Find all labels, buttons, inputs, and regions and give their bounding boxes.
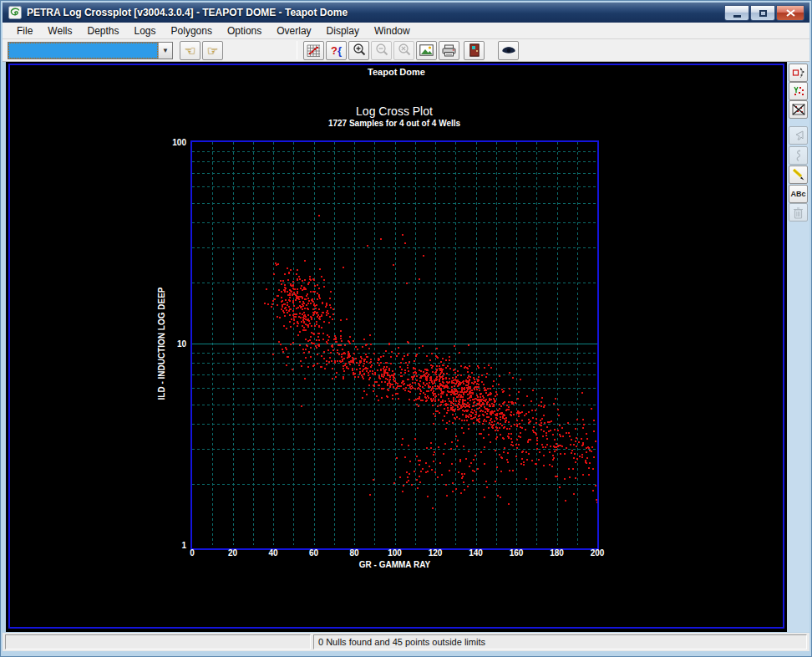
pencil-draw-button[interactable] — [789, 166, 808, 184]
toolbar-separator — [297, 41, 297, 59]
exit-door-icon — [469, 43, 480, 57]
y-tick-100: 100 — [156, 138, 186, 147]
status-bar: 0 Nulls found and 45 points outside limi… — [3, 633, 809, 651]
plot-frame — [190, 140, 599, 550]
menu-item-options[interactable]: Options — [220, 23, 269, 38]
menu-item-logs[interactable]: Logs — [127, 23, 164, 38]
select-cursor-button[interactable] — [789, 126, 808, 145]
x-tick-100: 100 — [381, 548, 409, 558]
app-icon — [8, 6, 22, 19]
close-icon — [786, 9, 795, 17]
x-tick-140: 140 — [462, 548, 490, 558]
export-image-button[interactable] — [416, 41, 437, 60]
close-button[interactable] — [776, 5, 804, 21]
exit-button[interactable] — [464, 41, 485, 60]
menu-item-depths[interactable]: Depths — [79, 23, 126, 38]
zoom-cancel-button[interactable] — [393, 41, 414, 60]
polygon-include-points-button[interactable] — [789, 82, 808, 100]
previous-well-button[interactable]: ☜ — [180, 41, 200, 60]
print-button[interactable] — [439, 41, 459, 60]
x-tick-160: 160 — [502, 548, 530, 558]
query-filter-button[interactable]: ?{ — [326, 41, 347, 60]
y-tick-1: 1 — [156, 541, 186, 550]
x-tick-80: 80 — [340, 548, 368, 558]
status-panel-left — [5, 634, 311, 649]
well-selector-combobox[interactable]: ▼ — [8, 42, 173, 59]
zoom-cancel-icon — [398, 43, 411, 57]
eye-icon — [501, 45, 516, 55]
title-bar: PETRA Log Crossplot [v3004.3.0.4] - TEAP… — [3, 3, 809, 23]
pencil-icon — [792, 168, 805, 181]
maximize-icon — [759, 10, 767, 17]
delete-button[interactable] — [789, 203, 808, 222]
crossplot-canvas[interactable] — [192, 142, 597, 545]
right-tool-strip: ABc — [787, 62, 809, 632]
select-cursor-icon — [793, 130, 804, 141]
polygon-include-points-icon — [792, 85, 805, 97]
trash-icon — [793, 206, 804, 219]
window-title: PETRA Log Crossplot [v3004.3.0.4] - TEAP… — [27, 7, 348, 18]
hand-left-icon: ☜ — [185, 44, 195, 57]
page-header: Teapot Dome — [6, 67, 787, 77]
crossplot-grid-button[interactable] — [303, 41, 324, 60]
chart-subtitle: 1727 Samples for 4 out of 4 Wells — [6, 119, 783, 128]
menu-item-overlay[interactable]: Overlay — [269, 23, 318, 38]
abc-icon: ABc — [790, 190, 805, 198]
zoom-out-button[interactable] — [371, 41, 392, 60]
zoom-out-icon — [375, 43, 388, 57]
chart-title: Log Cross Plot — [6, 104, 783, 118]
next-well-button[interactable]: ☞ — [202, 41, 223, 60]
x-tick-20: 20 — [219, 548, 247, 558]
menu-item-window[interactable]: Window — [367, 23, 418, 38]
text-annotation-button[interactable]: ABc — [789, 185, 808, 203]
polygon-exclude-points-icon — [792, 104, 805, 115]
polygon-exclude-points-button[interactable] — [789, 100, 808, 119]
polygon-define-icon — [792, 67, 805, 79]
x-tick-200: 200 — [583, 548, 612, 558]
export-image-icon — [419, 44, 434, 56]
toolbar: ▼ ☜ ☞ ?{ — [3, 39, 809, 62]
crossplot-grid-icon — [307, 44, 321, 57]
digitize-squiggle-icon — [794, 150, 803, 162]
polygon-define-button[interactable] — [789, 64, 808, 82]
digitize-button[interactable] — [789, 146, 808, 165]
chevron-down-icon[interactable]: ▼ — [158, 43, 172, 59]
maximize-button[interactable] — [750, 5, 775, 21]
status-message: 0 Nulls found and 45 points outside limi… — [318, 637, 485, 647]
menu-item-wells[interactable]: Wells — [40, 23, 79, 38]
hand-right-icon: ☞ — [207, 44, 218, 57]
menu-item-polygons[interactable]: Polygons — [164, 23, 220, 38]
minimize-button[interactable] — [724, 5, 749, 21]
y-tick-10: 10 — [156, 339, 186, 349]
query-filter-icon: ?{ — [331, 43, 342, 58]
print-icon — [442, 44, 456, 57]
minimize-icon — [733, 15, 741, 18]
x-tick-180: 180 — [543, 548, 571, 558]
view-options-button[interactable] — [498, 41, 519, 60]
zoom-in-button[interactable] — [348, 41, 369, 60]
menu-item-display[interactable]: Display — [319, 23, 367, 38]
menu-bar: FileWellsDepthsLogsPolygonsOptionsOverla… — [3, 23, 809, 39]
menu-item-file[interactable]: File — [9, 23, 40, 38]
status-panel-message: 0 Nulls found and 45 points outside limi… — [313, 634, 807, 649]
plot-client-area: Teapot Dome Log Cross Plot 1727 Samples … — [6, 62, 787, 632]
well-selector-value — [8, 43, 158, 59]
x-tick-120: 120 — [421, 548, 449, 558]
x-axis-label: GR - GAMMA RAY — [192, 560, 597, 569]
x-tick-60: 60 — [300, 548, 328, 558]
x-tick-40: 40 — [259, 548, 287, 558]
app-window: PETRA Log Crossplot [v3004.3.0.4] - TEAP… — [0, 0, 812, 657]
zoom-in-icon — [353, 43, 366, 57]
